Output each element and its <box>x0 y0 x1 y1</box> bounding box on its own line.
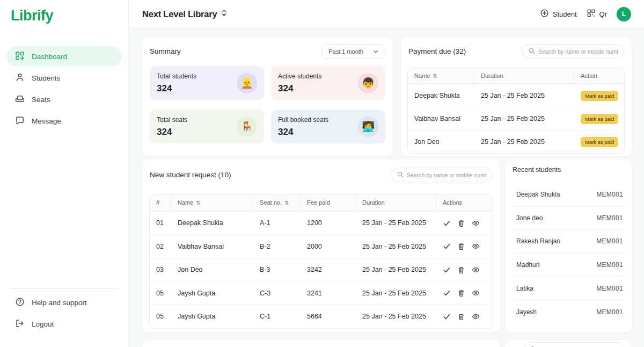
sidebar-item-logout[interactable]: Logout <box>6 314 122 334</box>
avatar[interactable]: L <box>617 7 631 21</box>
column-header-name[interactable]: Name⇅ <box>408 68 474 83</box>
cell-duration: 25 Jan - 25 Feb 2025 <box>356 258 436 281</box>
help-icon <box>15 297 25 308</box>
approve-icon[interactable] <box>443 266 451 274</box>
column-header-seat[interactable]: Seat no.⇅ <box>253 194 301 211</box>
requests-search-input[interactable] <box>407 172 486 178</box>
stat-active-students: Active students 324 👦 <box>271 66 385 100</box>
sort-icon: ⇅ <box>196 200 200 206</box>
add-student-button[interactable]: Student <box>540 9 577 19</box>
cell-num: 05 <box>150 305 171 328</box>
cell-name: Jon Deo <box>171 258 253 281</box>
view-icon[interactable] <box>472 242 480 250</box>
list-item[interactable]: Deepak Shukla MEM001 <box>512 183 625 207</box>
sidebar-item-label: Message <box>32 117 61 125</box>
cell-duration: 25 Jan - 25 Feb 2025 <box>474 84 574 107</box>
cell-num: 05 <box>150 282 171 305</box>
sidebar-item-label: Help and support <box>32 299 87 307</box>
sidebar-item-label: Seats <box>32 96 50 104</box>
sidebar-item-dashboard[interactable]: Dashboard <box>6 46 122 67</box>
sidebar-divider <box>10 288 119 289</box>
list-item[interactable]: Madhuri MEM001 <box>512 254 625 277</box>
stat-label: Active students <box>278 73 321 80</box>
sidebar: Librify Dashboard Students <box>0 0 129 347</box>
qr-button[interactable]: Qr <box>587 9 607 19</box>
payment-search-input[interactable] <box>538 48 618 55</box>
list-item[interactable]: Rakesh Ranjan MEM001 <box>512 230 625 254</box>
table-header-row: Name⇅ Duration Action <box>408 68 624 84</box>
sidebar-item-help[interactable]: Help and support <box>6 292 122 313</box>
student-name: Jayesh <box>516 308 537 316</box>
mark-as-paid-button[interactable]: Mark as paid <box>581 91 618 101</box>
cell-fee: 5664 <box>301 305 356 328</box>
mark-as-paid-button[interactable]: Mark as paid <box>581 137 618 147</box>
next-section-side-card <box>505 340 632 347</box>
library-switcher[interactable]: Next Level Library <box>142 9 227 19</box>
next-section-card <box>142 340 500 347</box>
cell-name: Jon Deo <box>408 131 474 153</box>
delete-icon[interactable] <box>457 266 465 274</box>
sidebar-item-students[interactable]: Students <box>6 68 122 88</box>
qr-label: Qr <box>599 10 607 18</box>
plus-circle-icon <box>540 9 549 19</box>
stat-total-seats: Total seats 324 🪑 <box>150 110 264 143</box>
approve-icon[interactable] <box>443 289 451 297</box>
delete-icon[interactable] <box>457 313 465 321</box>
column-header-fee: Fee paid <box>301 194 356 211</box>
cell-num: 01 <box>150 212 171 235</box>
delete-icon[interactable] <box>457 289 465 297</box>
table-row: Jon Deo 25 Jan - 25 Feb 2025 Mark as pai… <box>408 130 624 153</box>
recent-students-title: Recent students <box>513 166 561 174</box>
view-icon[interactable] <box>472 219 480 227</box>
sidebar-item-label: Dashboard <box>32 53 67 61</box>
list-item[interactable]: Jayesh MEM001 <box>512 300 625 324</box>
payment-due-card: Payment due (32) Name⇅ Duration Action D… <box>401 37 632 156</box>
new-student-request-title: New student request (10) <box>150 171 231 179</box>
add-student-label: Student <box>553 10 577 18</box>
cell-fee: 3241 <box>301 282 356 305</box>
cell-name: Vaibhav Bansal <box>171 235 253 258</box>
topbar: Next Level Library Student Qr <box>129 0 644 28</box>
sidebar-item-seats[interactable]: Seats <box>6 89 122 110</box>
chevron-down-icon <box>373 48 378 55</box>
column-header-duration: Duration <box>356 194 436 211</box>
view-icon[interactable] <box>472 313 480 321</box>
delete-icon[interactable] <box>457 242 465 250</box>
cell-num: 03 <box>150 258 171 281</box>
cell-seat: B-2 <box>253 235 301 258</box>
cell-name: Jaysh Gupta <box>171 305 253 328</box>
stat-label: Total students <box>157 73 196 80</box>
approve-icon[interactable] <box>443 219 451 227</box>
brand-logo: Librify <box>11 8 53 24</box>
list-item[interactable]: Jone deo MEM001 <box>512 207 625 230</box>
approve-icon[interactable] <box>443 313 451 321</box>
dashboard-icon <box>15 51 25 62</box>
topbar-actions: Student Qr L <box>540 7 631 21</box>
message-icon <box>15 115 25 127</box>
mark-as-paid-button[interactable]: Mark as paid <box>581 114 618 124</box>
sidebar-item-message[interactable]: Message <box>6 111 122 131</box>
summary-card: Summary Past 1 month Total students 324 … <box>142 37 393 156</box>
search-icon <box>397 170 404 180</box>
sort-icon: ⇅ <box>433 73 437 79</box>
student-name: Rakesh Ranjan <box>516 237 560 245</box>
cell-seat: C-3 <box>253 282 301 305</box>
cell-name: Deepak Shukla <box>171 212 253 235</box>
student-name: Madhuri <box>516 261 539 269</box>
column-header-name[interactable]: Name⇅ <box>171 194 253 211</box>
view-icon[interactable] <box>472 289 480 297</box>
delete-icon[interactable] <box>457 219 465 227</box>
list-item[interactable]: Latika MEM001 <box>512 277 625 300</box>
sidebar-footer: Help and support Logout <box>6 292 122 335</box>
cell-name: Deepak Shukla <box>408 84 474 107</box>
date-range-dropdown[interactable]: Past 1 month <box>321 44 385 59</box>
new-student-request-card: New student request (10) # Name⇅ Seat no… <box>142 160 500 332</box>
chair-emoji-icon: 🪑 <box>237 117 257 137</box>
cell-name: Vaibhav Bansal <box>408 107 474 130</box>
stat-total-students: Total students 324 👱 <box>150 66 264 100</box>
view-icon[interactable] <box>472 266 480 274</box>
table-row: 03 Jon Deo B-3 3242 25 Jan - 25 Feb 2025 <box>150 258 492 281</box>
stat-full-booked-seats: Full booked seats 324 🧑‍💻 <box>271 110 385 143</box>
sidebar-item-label: Students <box>32 74 60 82</box>
approve-icon[interactable] <box>443 242 451 250</box>
